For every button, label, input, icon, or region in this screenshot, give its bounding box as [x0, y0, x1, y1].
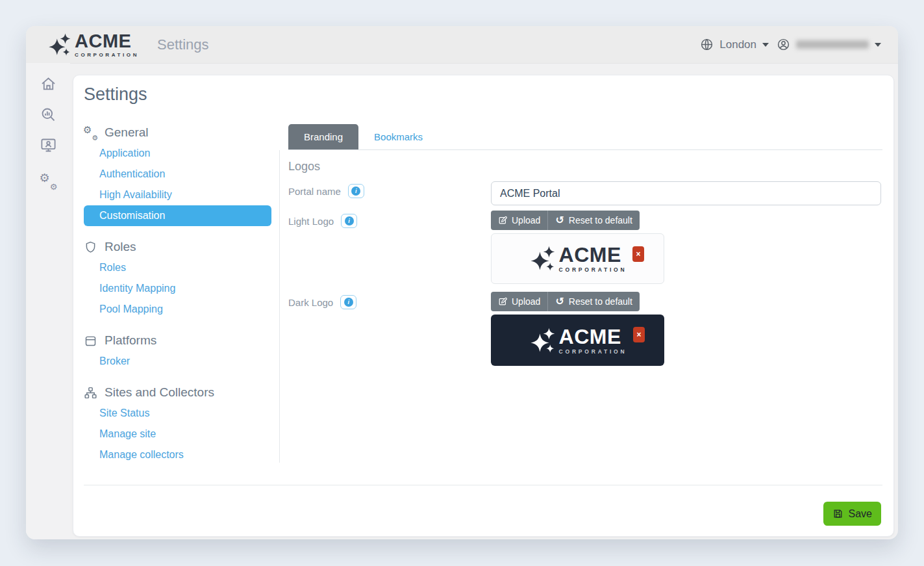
nav-item-identity-mapping[interactable]: Identity Mapping — [84, 278, 271, 299]
reset-icon: ↺ — [555, 296, 564, 307]
dark-logo-label: Dark Logo — [288, 297, 333, 308]
light-logo-label: Light Logo — [288, 216, 334, 227]
portal-name-label-row: Portal name i — [288, 184, 364, 198]
logos-section-title: Logos — [288, 160, 320, 174]
dark-logo-remove-button[interactable]: × — [633, 327, 645, 342]
settings-nav: ⚙ ⚙ General Application Authentication H… — [84, 122, 271, 465]
dark-logo-reset-button[interactable]: ↺ Reset to default — [548, 292, 639, 311]
light-logo-label-row: Light Logo i — [288, 214, 357, 228]
light-logo-preview: ACME CORPORATION × — [491, 233, 664, 284]
nav-section-title-roles: Roles — [84, 237, 271, 257]
sessions-monitor-icon[interactable] — [40, 136, 57, 154]
user-menu[interactable] — [777, 38, 881, 51]
dark-logo-upload-button[interactable]: Upload — [491, 292, 548, 311]
nav-item-authentication[interactable]: Authentication — [84, 164, 271, 185]
nav-section-title-sites: Sites and Collectors — [84, 382, 271, 403]
nav-item-broker[interactable]: Broker — [84, 351, 271, 372]
settings-gears-icon[interactable]: ⚙ ⚙ — [40, 172, 57, 190]
nav-section-general: ⚙ ⚙ General Application Authentication H… — [84, 122, 271, 226]
app-header: ACME CORPORATION Settings London — [26, 26, 898, 63]
nav-section-title-platforms: Platforms — [84, 330, 271, 351]
light-logo-actions: Upload ↺ Reset to default — [491, 211, 640, 230]
user-name-redacted — [796, 40, 869, 49]
nav-item-customisation[interactable]: Customisation — [84, 205, 271, 226]
analytics-search-icon[interactable] — [40, 106, 57, 123]
info-icon[interactable]: i — [341, 214, 357, 228]
brand-text: ACME CORPORATION — [75, 32, 139, 58]
nav-content-divider — [279, 150, 280, 463]
nav-item-pool-mapping[interactable]: Pool Mapping — [84, 299, 271, 320]
nav-section-platforms: Platforms Broker — [84, 330, 271, 372]
nav-section-label: Platforms — [105, 333, 156, 348]
chevron-down-icon — [875, 43, 881, 47]
nav-section-sites-collectors: Sites and Collectors Site Status Manage … — [84, 382, 271, 465]
edit-icon — [498, 297, 507, 306]
brand-name: ACME — [75, 32, 139, 51]
edit-icon — [498, 216, 507, 225]
dark-logo-actions: Upload ↺ Reset to default — [491, 292, 640, 311]
dark-logo-label-row: Dark Logo i — [288, 295, 356, 309]
nav-section-label: Roles — [105, 240, 136, 254]
info-icon[interactable]: i — [340, 295, 356, 309]
region-picker[interactable]: London — [700, 38, 769, 51]
portal-name-input[interactable] — [491, 181, 881, 205]
header-page-title: Settings — [157, 36, 209, 53]
shield-icon — [84, 240, 97, 254]
light-logo-upload-button[interactable]: Upload — [491, 211, 548, 230]
user-icon — [777, 38, 790, 51]
nav-item-application[interactable]: Application — [84, 143, 271, 164]
light-logo-reset-button[interactable]: ↺ Reset to default — [548, 211, 639, 230]
page-title: Settings — [84, 84, 147, 105]
nav-item-high-availability[interactable]: High Availability — [84, 185, 271, 205]
sparkle-logo-icon — [47, 32, 71, 57]
icon-sidebar: ⚙ ⚙ — [26, 63, 70, 539]
brand-subtitle: CORPORATION — [75, 53, 139, 58]
nav-item-manage-site[interactable]: Manage site — [84, 424, 271, 444]
nav-section-title-general: ⚙ ⚙ General — [84, 122, 271, 143]
box-icon — [84, 334, 97, 348]
nav-section-label: Sites and Collectors — [105, 385, 214, 400]
tab-branding[interactable]: Branding — [288, 124, 358, 149]
brand-logo: ACME CORPORATION — [47, 32, 139, 58]
app-window: ACME CORPORATION Settings London — [26, 26, 898, 539]
branding-content: Branding Bookmarks Logos Portal name i L… — [288, 124, 882, 462]
tab-bar: Branding Bookmarks — [288, 124, 882, 150]
dark-logo-preview: ACME CORPORATION × — [491, 315, 664, 366]
light-logo-remove-button[interactable]: × — [632, 246, 644, 262]
reset-icon: ↺ — [555, 215, 564, 225]
gears-icon: ⚙ ⚙ — [84, 126, 97, 140]
save-disk-icon — [832, 508, 843, 519]
nav-section-roles: Roles Roles Identity Mapping Pool Mappin… — [84, 237, 271, 320]
settings-card: Settings ⚙ ⚙ General Application Authent… — [73, 75, 894, 537]
globe-icon — [700, 38, 714, 51]
footer-divider — [84, 485, 882, 485]
info-icon[interactable]: i — [348, 184, 364, 198]
region-label: London — [719, 38, 756, 51]
home-icon[interactable] — [40, 75, 57, 93]
nav-section-label: General — [105, 125, 149, 140]
nav-item-site-status[interactable]: Site Status — [84, 403, 271, 424]
header-right: London — [700, 38, 881, 51]
sitemap-icon — [84, 386, 97, 400]
tab-bookmarks[interactable]: Bookmarks — [358, 124, 438, 149]
nav-item-roles[interactable]: Roles — [84, 257, 271, 278]
save-button[interactable]: Save — [823, 502, 881, 526]
chevron-down-icon — [762, 43, 769, 47]
nav-item-manage-collectors[interactable]: Manage collectors — [84, 444, 271, 465]
portal-name-label: Portal name — [288, 186, 341, 197]
